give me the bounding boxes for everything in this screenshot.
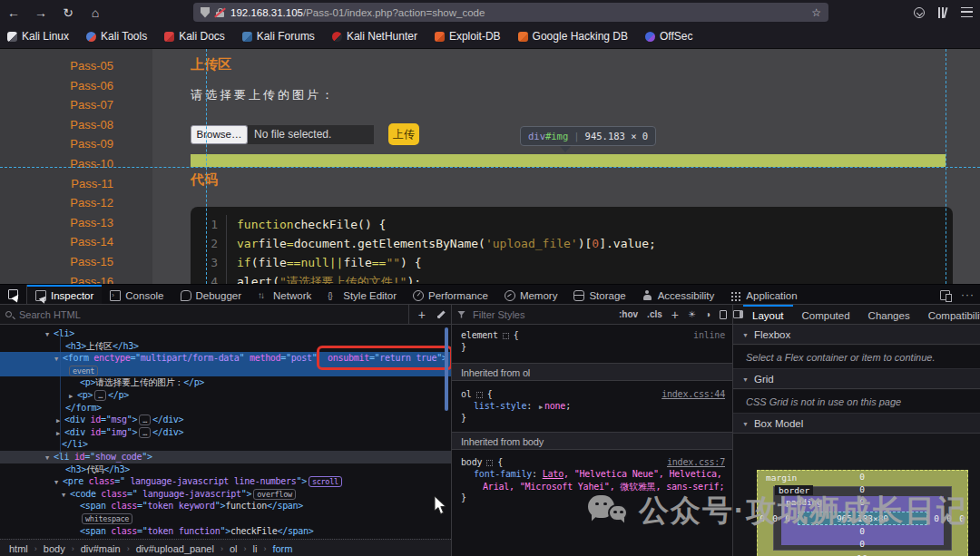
tab-application[interactable]: Application (722, 285, 805, 304)
boxmodel-section-header[interactable]: ▼Box Model (733, 414, 980, 434)
markup-row[interactable]: ▼<li id="show_code"> (0, 451, 451, 463)
breadcrumb-item-li[interactable]: li (252, 543, 257, 554)
light-theme-icon[interactable]: ☀ (688, 309, 696, 319)
markup-row[interactable]: <p>请选择要上传的图片：</p> (0, 376, 451, 389)
markup-row[interactable]: ▼<form enctype="multipart/form-data" met… (0, 352, 451, 365)
reload-icon[interactable]: ↻ (54, 5, 82, 20)
markup-row[interactable]: <span class="token function">checkFile</… (0, 525, 451, 538)
panel-toggle-button[interactable] (733, 305, 743, 324)
sidebar-item-pass-06[interactable]: Pass-06 (0, 76, 152, 96)
sidebar-item-pass-11[interactable]: Pass-11 (0, 174, 152, 194)
shield-icon[interactable] (201, 7, 210, 18)
ol-rule[interactable]: ol{ index.css:44 (452, 389, 732, 399)
markup-row[interactable]: ▶<p>…</p> (0, 389, 451, 402)
insecure-lock-icon[interactable] (215, 7, 225, 18)
stylesheet-link[interactable]: index.css:7 (667, 457, 725, 467)
devtools-more-icon[interactable]: ··· (961, 288, 975, 301)
pick-element-button[interactable] (0, 285, 27, 304)
tab-accessibility[interactable]: Accessibility (634, 285, 723, 304)
eyedropper-icon[interactable] (436, 310, 446, 319)
bookmark-item[interactable]: Exploit-DB (435, 30, 501, 43)
sidebar-item-pass-12[interactable]: Pass-12 (0, 193, 152, 213)
markup-row[interactable]: ▼<pre class=" language-javascript line-n… (0, 475, 451, 488)
highlight-target-icon[interactable] (476, 392, 483, 398)
bookmark-star-icon[interactable]: ☆ (811, 6, 821, 19)
margin-top-value[interactable]: 0 (853, 472, 871, 482)
expand-icon[interactable]: ▶ (539, 404, 543, 411)
url-bar[interactable]: 192.168.31.105/Pass-01/index.php?action=… (193, 3, 828, 22)
add-rule-icon[interactable]: + (671, 308, 679, 321)
pseudo-class-toggle[interactable]: :hov (619, 309, 638, 319)
element-rule[interactable]: element{ inline (452, 330, 732, 340)
breadcrumb-item-ol[interactable]: ol (230, 543, 238, 554)
sidebar-item-pass-10[interactable]: Pass-10 (0, 154, 152, 174)
highlight-target-icon[interactable] (486, 460, 493, 466)
stylesheet-link[interactable]: index.css:44 (662, 389, 725, 399)
tab-style-editor[interactable]: {}Style Editor (319, 285, 405, 304)
highlight-target-icon[interactable] (503, 333, 509, 339)
twisty-icon[interactable]: ▼ (45, 329, 54, 342)
filter-styles-input[interactable] (471, 308, 619, 321)
class-toggle[interactable]: .cls (647, 309, 662, 319)
tab-console[interactable]: ›Console (102, 285, 172, 304)
markup-row[interactable]: <span class="token keyword">function</sp… (0, 500, 451, 512)
tab-computed[interactable]: Computed (793, 305, 859, 324)
tab-storage[interactable]: Storage (565, 285, 633, 304)
responsive-design-icon[interactable] (940, 290, 950, 300)
pocket-icon[interactable] (914, 7, 925, 18)
markup-row[interactable]: whitespace (0, 512, 451, 525)
sidebar-item-pass-16[interactable]: Pass-16 (0, 272, 152, 284)
twisty-icon[interactable]: ▼ (45, 453, 54, 465)
menu-icon[interactable] (961, 7, 973, 17)
url-text[interactable]: 192.168.31.105/Pass-01/index.php?action=… (230, 7, 806, 18)
sidebar-item-pass-13[interactable]: Pass-13 (0, 213, 152, 233)
home-icon[interactable]: ⌂ (82, 5, 109, 20)
markup-row[interactable]: ▼<li> (0, 327, 451, 340)
bookmark-item[interactable]: Kali Tools (86, 30, 147, 43)
sidebar-item-pass-08[interactable]: Pass-08 (0, 115, 152, 135)
library-icon[interactable] (937, 7, 948, 18)
bookmark-item[interactable]: Google Hacking DB (518, 30, 628, 43)
bookmark-item[interactable]: OffSec (645, 30, 692, 43)
tab-changes[interactable]: Changes (859, 305, 919, 324)
twisty-icon[interactable]: ▼ (54, 354, 63, 366)
bookmark-item[interactable]: Kali Docs (164, 30, 225, 43)
markup-row[interactable]: ▶<div id="msg">…</div> (0, 414, 451, 426)
tab-debugger[interactable]: Debugger (172, 285, 250, 304)
tab-inspector[interactable]: Inspector (27, 285, 102, 304)
dark-theme-icon[interactable]: ◑ (705, 309, 710, 319)
bookmark-item[interactable]: Kali Forums (242, 30, 315, 43)
tab-network[interactable]: ↑↓Network (250, 285, 319, 304)
breadcrumb-item-div-main[interactable]: div#main (81, 543, 121, 554)
bookmark-item[interactable]: Kali NetHunter (332, 30, 417, 43)
markup-row[interactable]: <h3>代码</h3> (0, 463, 451, 476)
print-media-icon[interactable] (720, 310, 727, 319)
markup-row[interactable]: ▶<div id="img">…</div> (0, 426, 451, 439)
body-rule[interactable]: body{ index.css:7 (452, 457, 732, 467)
tab-performance[interactable]: Performance (405, 285, 496, 304)
tab-compatibility[interactable]: Compatibility (919, 305, 980, 324)
file-input-status[interactable]: No file selected. (248, 125, 374, 144)
markup-row[interactable]: ▼<code class=" language-javascript">over… (0, 488, 451, 501)
breadcrumb-item-form[interactable]: form (272, 543, 292, 554)
forward-icon[interactable]: → (27, 5, 54, 20)
sidebar-item-pass-07[interactable]: Pass-07 (0, 95, 152, 115)
upload-button[interactable]: 上传 (388, 123, 419, 145)
markup-row[interactable]: </form> (0, 402, 451, 415)
sidebar-item-pass-15[interactable]: Pass-15 (0, 252, 152, 272)
grid-section-header[interactable]: ▼Grid (733, 369, 980, 389)
tab-layout[interactable]: Layout (743, 305, 793, 324)
search-html-input[interactable] (17, 308, 408, 321)
sidebar-item-pass-14[interactable]: Pass-14 (0, 232, 152, 252)
browse-button[interactable]: Browse… (191, 125, 248, 144)
twisty-icon[interactable]: ▼ (62, 490, 70, 502)
flexbox-section-header[interactable]: ▼Flexbox (733, 325, 980, 345)
sidebar-item-pass-09[interactable]: Pass-09 (0, 134, 152, 154)
breadcrumb-item-body[interactable]: body (44, 543, 65, 554)
add-node-icon[interactable]: + (418, 308, 426, 321)
markup-scrollbar[interactable] (445, 327, 448, 411)
bookmark-item[interactable]: Kali Linux (7, 30, 69, 43)
back-icon[interactable]: ← (0, 5, 27, 20)
breadcrumb-item-div-upload-panel[interactable]: div#upload_panel (136, 543, 214, 554)
border-bottom-value[interactable]: 0 (853, 539, 871, 549)
